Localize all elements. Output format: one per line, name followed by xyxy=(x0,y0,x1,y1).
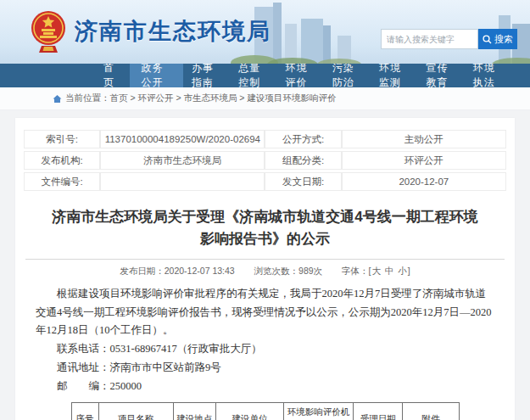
meta-value: 11370100004189250W/2020-02694 xyxy=(100,130,265,148)
breadcrumb-label: 当前位置： xyxy=(65,92,110,104)
views-value: 989次 xyxy=(298,266,322,276)
article-paragraph: 根据建设项目环境影响评价审批程序的有关规定，我局于2020年12月7日受理了济南… xyxy=(36,285,494,341)
contact-postcode-line: 邮 编：250000 xyxy=(36,378,494,396)
publish-date-label: 发布日期： xyxy=(120,266,165,276)
meta-label: 公开方式: xyxy=(265,130,341,148)
publish-date-value: 2020-12-07 13:43 xyxy=(165,266,235,276)
table-row: 文件编号: 发文日期: 2020-12-07 xyxy=(24,172,506,191)
meta-value: 主动公开 xyxy=(342,130,506,148)
page: 济南市生态环境局 搜索 首 页 政务公开 办事指南 总量控制 环境评价 污染防治… xyxy=(0,0,530,420)
meta-value: 2020-12-07 xyxy=(342,172,506,191)
nav-item-total-control[interactable]: 总量控制 xyxy=(230,64,276,87)
page-title: 济南市生态环境局关于受理《济南城市轨道交通4号线一期工程环境影响报告书》的公示 xyxy=(47,206,483,251)
col-header-accept-date: 受理日期 xyxy=(354,402,403,420)
table-row: 索引号: 11370100004189250W/2020-02694 公开方式:… xyxy=(24,130,506,148)
col-header-name: 项目名称 xyxy=(98,402,173,420)
meta-label: 发布机构: xyxy=(24,151,100,170)
breadcrumb: 当前位置： 首页 > 环评公开 > 市生态环境局 > 建设项目环境影响评价 xyxy=(0,87,530,110)
nav-item-publicity-education[interactable]: 宣传教育 xyxy=(417,64,464,87)
article-body: 根据建设项目环境影响评价审批程序的有关规定，我局于2020年12月7日受理了济南… xyxy=(24,285,506,420)
meta-value: 济南市生态环境局 xyxy=(100,151,265,170)
home-icon xyxy=(53,94,62,104)
font-size-label: 字体： xyxy=(342,266,369,276)
font-size-large-button[interactable]: 大 xyxy=(371,266,381,276)
contact-phone-line: 联系电话：0531-68967417（行政审批大厅） xyxy=(36,340,494,359)
project-acceptance-table: 序号 项目名称 建设地点 建设单位 环境影响评价机构 受理日期 附件 1 济南城… xyxy=(71,402,460,420)
meta-label: 文件编号: xyxy=(24,172,100,191)
col-header-location: 建设地点 xyxy=(173,402,215,420)
content-card: 索引号: 11370100004189250W/2020-02694 公开方式:… xyxy=(15,118,515,420)
font-size-small-button[interactable]: 小 xyxy=(398,266,407,276)
col-header-eia-agency: 环境影响评价机构 xyxy=(284,402,354,420)
meta-value xyxy=(100,172,265,191)
views-label: 浏览次数： xyxy=(254,266,299,276)
table-row: 发布机构: 济南市生态环境局 组配分类: 环评公开 xyxy=(24,151,506,170)
main-nav: 首 页 政务公开 办事指南 总量控制 环境评价 污染防治 环境监测 宣传教育 环… xyxy=(0,64,530,87)
table-header-row: 序号 项目名称 建设地点 建设单位 环境影响评价机构 受理日期 附件 xyxy=(71,402,459,420)
meta-label: 索引号: xyxy=(24,130,100,148)
document-meta-table: 索引号: 11370100004189250W/2020-02694 公开方式:… xyxy=(24,127,506,193)
search-input[interactable] xyxy=(381,29,478,49)
article-info-line: 发布日期：2020-12-07 13:43 浏览次数：989次 字体：[大 中 … xyxy=(24,260,506,285)
nav-item-service-guide[interactable]: 办事指南 xyxy=(183,64,230,87)
site-title: 济南市生态环境局 xyxy=(75,16,271,47)
nav-item-gov-info[interactable]: 政务公开 xyxy=(130,64,183,87)
nav-item-env-enforcement[interactable]: 环境执法 xyxy=(465,64,511,87)
search-icon xyxy=(483,35,492,44)
contact-address-line: 通讯地址：济南市市中区站前路9号 xyxy=(36,359,494,378)
nav-item-env-monitoring[interactable]: 环境监测 xyxy=(371,64,417,87)
col-header-attachment: 附件 xyxy=(403,402,459,420)
nav-item-home[interactable]: 首 页 xyxy=(95,64,130,87)
search-button-label: 搜索 xyxy=(494,33,513,46)
font-size-bracket-close: ] xyxy=(408,266,410,276)
meta-value: 环评公开 xyxy=(342,151,506,170)
col-header-builder: 建设单位 xyxy=(215,402,283,420)
font-size-medium-button[interactable]: 中 xyxy=(385,266,394,276)
nav-item-pollution-control[interactable]: 污染防治 xyxy=(324,64,371,87)
search-button[interactable]: 搜索 xyxy=(478,29,517,49)
site-banner: 济南市生态环境局 搜索 xyxy=(0,0,530,64)
search-box: 搜索 xyxy=(381,29,517,49)
meta-label: 发文日期: xyxy=(265,172,341,191)
national-emblem-icon xyxy=(31,10,66,53)
breadcrumb-path[interactable]: 首页 > 环评公开 > 市生态环境局 > 建设项目环境影响评价 xyxy=(110,92,337,104)
col-header-no: 序号 xyxy=(71,402,98,420)
brand: 济南市生态环境局 xyxy=(31,10,271,53)
nav-item-env-assessment[interactable]: 环境评价 xyxy=(276,64,323,87)
meta-label: 组配分类: xyxy=(265,151,341,170)
